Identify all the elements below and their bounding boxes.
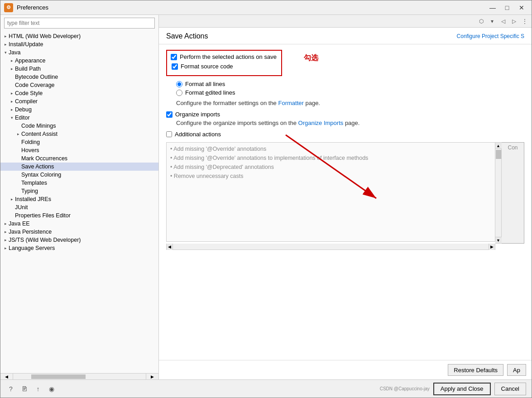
sidebar-item-compiler[interactable]: ▸Compiler <box>0 97 158 105</box>
sidebar-item-html[interactable]: ▸HTML (Wild Web Developer) <box>0 32 158 40</box>
cancel-button[interactable]: Cancel <box>494 383 526 395</box>
additional-actions-checkbox[interactable] <box>166 131 172 137</box>
organize-imports-label: Organize imports <box>175 111 220 118</box>
help-icon[interactable]: ? <box>6 384 16 394</box>
panel-toolbar: ⬡ ▾ ◁ ▷ ⋮ <box>159 15 532 28</box>
configure-button[interactable]: Con <box>502 142 524 244</box>
sidebar-item-java[interactable]: ▾Java <box>0 48 158 57</box>
titlebar: ⚙ Preferences — □ ✕ <box>0 0 532 15</box>
expand-icon-build-path: ▸ <box>9 66 15 72</box>
sidebar: ▸HTML (Wild Web Developer)▸Install/Updat… <box>0 15 159 379</box>
scroll-down-button[interactable]: ▼ <box>495 237 502 243</box>
sidebar-item-language-servers[interactable]: ▸Language Servers <box>0 244 158 252</box>
formatter-config-text: Configure the formatter settings on the … <box>176 100 524 106</box>
hscroll-thumb[interactable] <box>31 374 86 379</box>
apply-close-button[interactable]: Apply and Close <box>433 383 491 395</box>
forward-alt-button[interactable]: ▷ <box>509 16 519 26</box>
import-icon[interactable]: ↑ <box>33 384 43 394</box>
sidebar-item-properties-files-editor[interactable]: Properties Files Editor <box>0 211 158 220</box>
preferences-window: ⚙ Preferences — □ ✕ ▸HTML (Wild Web Deve… <box>0 0 532 398</box>
maximize-button[interactable]: □ <box>501 2 513 13</box>
sidebar-item-label-build-path: Build Path <box>15 66 41 72</box>
sidebar-item-hovers[interactable]: Hovers <box>0 146 158 154</box>
bottom-right-buttons: CSDN @Cappuccino-jay Apply and Close Can… <box>380 383 526 395</box>
expand-icon-appearance: ▸ <box>9 58 15 64</box>
list-horizontal-scrollbar[interactable]: ◀ ▶ <box>166 244 495 250</box>
additional-actions-row: Additional actions <box>166 131 524 138</box>
tree: ▸HTML (Wild Web Developer)▸Install/Updat… <box>0 31 158 373</box>
close-button[interactable]: ✕ <box>515 2 528 13</box>
scroll-right-button[interactable]: ▶ <box>489 244 495 250</box>
format-all-label: Format all lines <box>185 81 225 87</box>
formatter-link[interactable]: Formatter <box>278 100 303 106</box>
apply-button[interactable]: Ap <box>507 364 526 376</box>
sidebar-item-label-java-ee: Java EE <box>9 221 30 227</box>
nav-dropdown-button[interactable]: ▾ <box>487 16 497 26</box>
restore-defaults-button[interactable]: Restore Defaults <box>448 364 503 376</box>
sidebar-item-label-code-minings: Code Minings <box>21 123 56 129</box>
sidebar-item-label-bytecode-outline: Bytecode Outline <box>15 74 58 80</box>
organize-imports-link[interactable]: Organize Imports <box>298 120 344 126</box>
list-item: • Add missing '@Deprecated' annotations <box>170 163 491 172</box>
sidebar-item-code-coverage[interactable]: Code Coverage <box>0 81 158 89</box>
sidebar-item-code-style[interactable]: ▸Code Style <box>0 89 158 97</box>
perform-actions-checkbox[interactable] <box>171 54 177 60</box>
sidebar-item-templates[interactable]: Templates <box>0 179 158 187</box>
sidebar-item-label-code-coverage: Code Coverage <box>15 82 55 88</box>
expand-icon-folding <box>15 139 21 145</box>
sidebar-item-save-actions[interactable]: Save Actions <box>0 163 158 171</box>
back-button[interactable]: ⬡ <box>476 16 486 26</box>
perform-actions-label: Perform the selected actions on save <box>180 53 277 60</box>
sidebar-item-label-junit: JUnit <box>15 204 28 211</box>
organize-imports-row: Organize imports <box>166 111 524 118</box>
organize-imports-checkbox[interactable] <box>166 111 173 118</box>
sidebar-item-typing[interactable]: Typing <box>0 187 158 195</box>
expand-icon-java: ▾ <box>2 49 9 56</box>
sidebar-item-bytecode-outline[interactable]: Bytecode Outline <box>0 73 158 81</box>
expand-icon-compiler: ▸ <box>9 98 15 105</box>
sidebar-item-label-compiler: Compiler <box>15 98 38 105</box>
sidebar-item-debug[interactable]: ▸Debug <box>0 105 158 114</box>
sidebar-item-install-update[interactable]: ▸Install/Update <box>0 40 158 48</box>
sidebar-item-label-editor: Editor <box>15 115 30 121</box>
configure-project-link[interactable]: Configure Project Specific S <box>457 33 524 39</box>
sidebar-item-junit[interactable]: JUnit <box>0 203 158 211</box>
export-icon[interactable]: 🖹 <box>19 384 29 394</box>
sidebar-item-folding[interactable]: Folding <box>0 138 158 146</box>
sidebar-item-syntax-coloring[interactable]: Syntax Coloring <box>0 171 158 179</box>
expand-icon-code-minings <box>15 123 21 129</box>
sidebar-item-editor[interactable]: ▾Editor <box>0 114 158 122</box>
expand-icon-syntax-coloring <box>15 172 21 178</box>
scroll-left-button[interactable]: ◀ <box>167 244 173 250</box>
formatter-config-prefix: Configure the formatter settings on the <box>176 100 277 106</box>
expand-icon-editor: ▾ <box>9 115 15 121</box>
format-edited-radio[interactable] <box>176 90 182 96</box>
search-input[interactable] <box>4 18 155 29</box>
sidebar-item-appearance[interactable]: ▸Appearance <box>0 57 158 65</box>
sidebar-item-js-ts[interactable]: ▸JS/TS (Wild Web Developer) <box>0 236 158 244</box>
info-icon[interactable]: ◉ <box>47 384 57 394</box>
additional-actions-label: Additional actions <box>175 131 221 138</box>
sidebar-item-mark-occurrences[interactable]: Mark Occurrences <box>0 154 158 163</box>
search-box <box>4 18 155 29</box>
list-item: • Add missing '@Override' annotations <box>170 144 491 153</box>
sidebar-item-installed-jres[interactable]: ▸Installed JREs <box>0 195 158 203</box>
sidebar-item-java-persistence[interactable]: ▸Java Persistence <box>0 228 158 236</box>
tree-horizontal-scrollbar[interactable]: ◀ ▶ <box>0 373 158 379</box>
format-all-radio[interactable] <box>176 81 182 87</box>
list-item: • Add missing '@Override' annotations to… <box>170 153 491 163</box>
sidebar-item-content-assist[interactable]: ▸Content Assist <box>0 130 158 138</box>
annotation-label: 勾选 <box>304 53 318 63</box>
scroll-up-button[interactable]: ▲ <box>495 143 502 149</box>
sidebar-item-build-path[interactable]: ▸Build Path <box>0 65 158 73</box>
list-vertical-scrollbar[interactable]: ▲ ▼ <box>495 142 502 244</box>
format-source-checkbox[interactable] <box>172 63 178 70</box>
watermark: CSDN @Cappuccino-jay <box>380 386 430 391</box>
main-content: ▸HTML (Wild Web Developer)▸Install/Updat… <box>0 15 532 379</box>
menu-button[interactable]: ⋮ <box>520 16 530 26</box>
sidebar-item-label-typing: Typing <box>21 188 38 194</box>
sidebar-item-java-ee[interactable]: ▸Java EE <box>0 220 158 228</box>
minimize-button[interactable]: — <box>486 2 499 13</box>
forward-button[interactable]: ◁ <box>498 16 508 26</box>
sidebar-item-code-minings[interactable]: Code Minings <box>0 122 158 130</box>
